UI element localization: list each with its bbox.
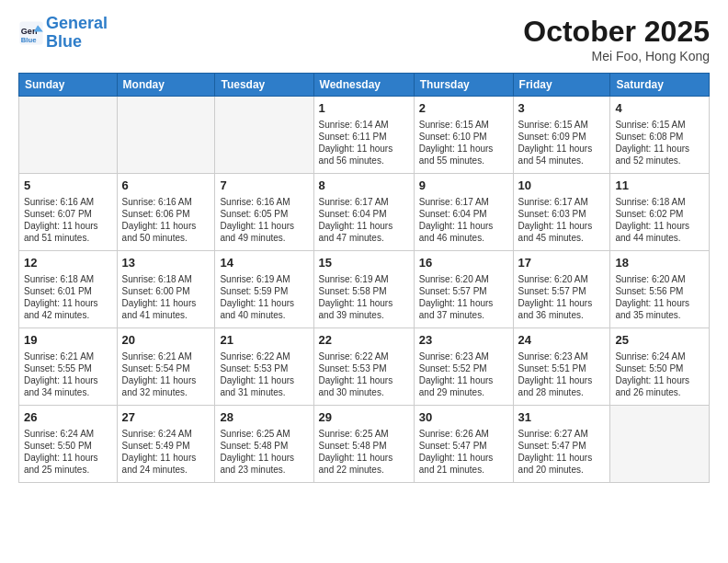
calendar-header-row: SundayMondayTuesdayWednesdayThursdayFrid… bbox=[19, 74, 710, 97]
day-number: 6 bbox=[122, 178, 210, 194]
day-info: Sunrise: 6:22 AM Sunset: 5:53 PM Dayligh… bbox=[220, 350, 308, 398]
day-number: 19 bbox=[24, 332, 112, 349]
day-number: 26 bbox=[24, 409, 112, 426]
day-info: Sunrise: 6:18 AM Sunset: 6:01 PM Dayligh… bbox=[24, 273, 112, 321]
svg-text:Blue: Blue bbox=[21, 36, 37, 44]
calendar-cell: 11Sunrise: 6:18 AM Sunset: 6:02 PM Dayli… bbox=[610, 174, 710, 251]
weekday-header-thursday: Thursday bbox=[414, 74, 513, 97]
calendar-cell: 8Sunrise: 6:17 AM Sunset: 6:04 PM Daylig… bbox=[313, 174, 414, 251]
day-info: Sunrise: 6:16 AM Sunset: 6:07 PM Dayligh… bbox=[24, 196, 112, 244]
day-info: Sunrise: 6:24 AM Sunset: 5:49 PM Dayligh… bbox=[122, 428, 210, 476]
day-number: 11 bbox=[615, 178, 704, 194]
calendar-cell: 18Sunrise: 6:20 AM Sunset: 5:56 PM Dayli… bbox=[610, 251, 710, 328]
calendar-cell: 26Sunrise: 6:24 AM Sunset: 5:50 PM Dayli… bbox=[19, 406, 118, 483]
day-number: 16 bbox=[419, 255, 508, 271]
day-info: Sunrise: 6:20 AM Sunset: 5:57 PM Dayligh… bbox=[419, 273, 508, 321]
calendar-cell bbox=[117, 97, 215, 174]
calendar-cell: 9Sunrise: 6:17 AM Sunset: 6:04 PM Daylig… bbox=[414, 174, 513, 251]
calendar-cell bbox=[19, 97, 118, 174]
day-info: Sunrise: 6:25 AM Sunset: 5:48 PM Dayligh… bbox=[319, 428, 409, 476]
day-number: 18 bbox=[615, 255, 704, 271]
calendar-cell: 24Sunrise: 6:23 AM Sunset: 5:51 PM Dayli… bbox=[513, 328, 610, 406]
calendar-cell: 6Sunrise: 6:16 AM Sunset: 6:06 PM Daylig… bbox=[117, 174, 215, 251]
calendar-cell: 2Sunrise: 6:15 AM Sunset: 6:10 PM Daylig… bbox=[414, 97, 513, 174]
calendar-cell: 23Sunrise: 6:23 AM Sunset: 5:52 PM Dayli… bbox=[414, 328, 513, 406]
day-info: Sunrise: 6:22 AM Sunset: 5:53 PM Dayligh… bbox=[319, 350, 409, 398]
calendar-cell: 20Sunrise: 6:21 AM Sunset: 5:54 PM Dayli… bbox=[117, 328, 215, 406]
day-number: 9 bbox=[419, 178, 508, 194]
weekday-header-saturday: Saturday bbox=[610, 74, 710, 97]
day-number: 12 bbox=[24, 255, 112, 271]
day-info: Sunrise: 6:19 AM Sunset: 5:59 PM Dayligh… bbox=[220, 273, 308, 321]
day-number: 27 bbox=[122, 409, 210, 426]
header: Gen Blue General Blue October 2025 Mei F… bbox=[18, 15, 710, 63]
weekday-header-sunday: Sunday bbox=[19, 74, 118, 97]
day-number: 3 bbox=[518, 100, 606, 117]
calendar-cell: 4Sunrise: 6:15 AM Sunset: 6:08 PM Daylig… bbox=[610, 97, 710, 174]
day-info: Sunrise: 6:24 AM Sunset: 5:50 PM Dayligh… bbox=[615, 350, 704, 398]
day-number: 22 bbox=[319, 332, 409, 349]
day-number: 17 bbox=[518, 255, 606, 271]
month-title: October 2025 bbox=[523, 15, 710, 49]
day-info: Sunrise: 6:15 AM Sunset: 6:08 PM Dayligh… bbox=[615, 119, 704, 167]
day-info: Sunrise: 6:18 AM Sunset: 6:02 PM Dayligh… bbox=[615, 196, 704, 244]
day-info: Sunrise: 6:24 AM Sunset: 5:50 PM Dayligh… bbox=[24, 428, 112, 476]
logo-icon: Gen Blue bbox=[18, 20, 44, 46]
day-number: 14 bbox=[220, 255, 308, 271]
day-number: 13 bbox=[122, 255, 210, 271]
weekday-header-friday: Friday bbox=[513, 74, 610, 97]
day-number: 24 bbox=[518, 332, 606, 349]
day-info: Sunrise: 6:25 AM Sunset: 5:48 PM Dayligh… bbox=[220, 428, 308, 476]
day-number: 21 bbox=[220, 332, 308, 349]
day-number: 31 bbox=[518, 409, 606, 426]
calendar-cell: 16Sunrise: 6:20 AM Sunset: 5:57 PM Dayli… bbox=[414, 251, 513, 328]
logo-text: General Blue bbox=[46, 15, 108, 52]
calendar-cell bbox=[215, 97, 313, 174]
calendar-cell: 1Sunrise: 6:14 AM Sunset: 6:11 PM Daylig… bbox=[313, 97, 414, 174]
day-number: 1 bbox=[319, 100, 409, 117]
weekday-header-monday: Monday bbox=[117, 74, 215, 97]
calendar-week-row: 5Sunrise: 6:16 AM Sunset: 6:07 PM Daylig… bbox=[19, 174, 710, 251]
day-info: Sunrise: 6:23 AM Sunset: 5:52 PM Dayligh… bbox=[419, 350, 508, 398]
day-number: 28 bbox=[220, 409, 308, 426]
calendar-week-row: 26Sunrise: 6:24 AM Sunset: 5:50 PM Dayli… bbox=[19, 406, 710, 483]
day-info: Sunrise: 6:18 AM Sunset: 6:00 PM Dayligh… bbox=[122, 273, 210, 321]
weekday-header-tuesday: Tuesday bbox=[215, 74, 313, 97]
day-info: Sunrise: 6:17 AM Sunset: 6:03 PM Dayligh… bbox=[518, 196, 606, 244]
location-subtitle: Mei Foo, Hong Kong bbox=[523, 49, 710, 63]
calendar-cell: 31Sunrise: 6:27 AM Sunset: 5:47 PM Dayli… bbox=[513, 406, 610, 483]
calendar-table: SundayMondayTuesdayWednesdayThursdayFrid… bbox=[18, 73, 710, 483]
calendar-cell: 12Sunrise: 6:18 AM Sunset: 6:01 PM Dayli… bbox=[19, 251, 118, 328]
calendar-cell: 14Sunrise: 6:19 AM Sunset: 5:59 PM Dayli… bbox=[215, 251, 313, 328]
calendar-cell: 30Sunrise: 6:26 AM Sunset: 5:47 PM Dayli… bbox=[414, 406, 513, 483]
calendar-cell: 7Sunrise: 6:16 AM Sunset: 6:05 PM Daylig… bbox=[215, 174, 313, 251]
calendar-cell: 5Sunrise: 6:16 AM Sunset: 6:07 PM Daylig… bbox=[19, 174, 118, 251]
calendar-cell: 27Sunrise: 6:24 AM Sunset: 5:49 PM Dayli… bbox=[117, 406, 215, 483]
day-number: 5 bbox=[24, 178, 112, 194]
calendar-cell: 21Sunrise: 6:22 AM Sunset: 5:53 PM Dayli… bbox=[215, 328, 313, 406]
logo-line1: General bbox=[46, 14, 108, 32]
day-info: Sunrise: 6:20 AM Sunset: 5:57 PM Dayligh… bbox=[518, 273, 606, 321]
day-number: 7 bbox=[220, 178, 308, 194]
day-info: Sunrise: 6:23 AM Sunset: 5:51 PM Dayligh… bbox=[518, 350, 606, 398]
day-info: Sunrise: 6:21 AM Sunset: 5:54 PM Dayligh… bbox=[122, 350, 210, 398]
day-number: 2 bbox=[419, 100, 508, 117]
calendar-week-row: 12Sunrise: 6:18 AM Sunset: 6:01 PM Dayli… bbox=[19, 251, 710, 328]
calendar-week-row: 1Sunrise: 6:14 AM Sunset: 6:11 PM Daylig… bbox=[19, 97, 710, 174]
day-number: 15 bbox=[319, 255, 409, 271]
day-number: 29 bbox=[319, 409, 409, 426]
day-info: Sunrise: 6:26 AM Sunset: 5:47 PM Dayligh… bbox=[419, 428, 508, 476]
day-info: Sunrise: 6:21 AM Sunset: 5:55 PM Dayligh… bbox=[24, 350, 112, 398]
calendar-cell: 29Sunrise: 6:25 AM Sunset: 5:48 PM Dayli… bbox=[313, 406, 414, 483]
weekday-header-wednesday: Wednesday bbox=[313, 74, 414, 97]
day-info: Sunrise: 6:16 AM Sunset: 6:05 PM Dayligh… bbox=[220, 196, 308, 244]
day-number: 4 bbox=[615, 100, 704, 117]
calendar-cell: 15Sunrise: 6:19 AM Sunset: 5:58 PM Dayli… bbox=[313, 251, 414, 328]
page: Gen Blue General Blue October 2025 Mei F… bbox=[0, 0, 728, 563]
calendar-cell: 28Sunrise: 6:25 AM Sunset: 5:48 PM Dayli… bbox=[215, 406, 313, 483]
day-info: Sunrise: 6:27 AM Sunset: 5:47 PM Dayligh… bbox=[518, 428, 606, 476]
day-info: Sunrise: 6:15 AM Sunset: 6:10 PM Dayligh… bbox=[419, 119, 508, 167]
day-number: 23 bbox=[419, 332, 508, 349]
title-block: October 2025 Mei Foo, Hong Kong bbox=[523, 15, 710, 63]
calendar-week-row: 19Sunrise: 6:21 AM Sunset: 5:55 PM Dayli… bbox=[19, 328, 710, 406]
